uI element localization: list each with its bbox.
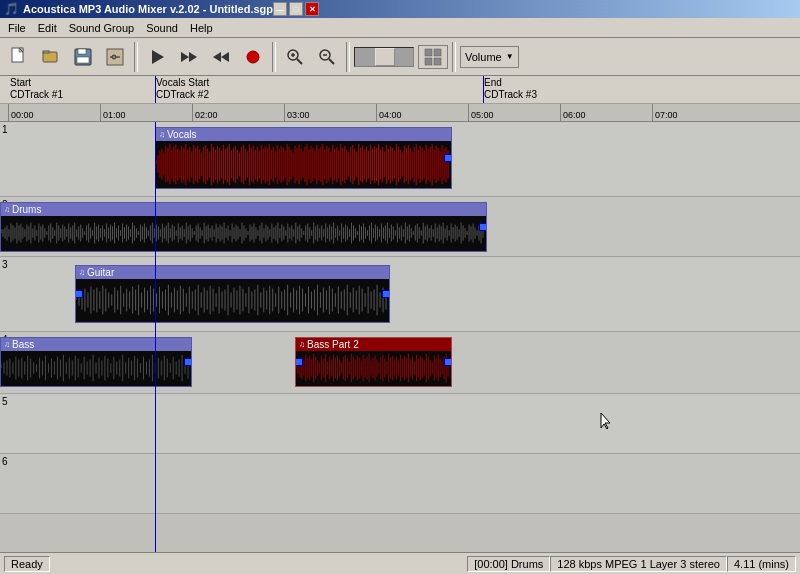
status-encoding: 128 kbps MPEG 1 Layer 3 stereo bbox=[550, 556, 727, 572]
clip-drums-handle-right[interactable] bbox=[479, 223, 487, 231]
separator-1 bbox=[134, 42, 138, 72]
clip-bass-part2-handle-right[interactable] bbox=[444, 358, 452, 366]
track-row-3[interactable]: 3 ♫ Guitar bbox=[0, 257, 800, 332]
tick-4: 04:00 bbox=[376, 104, 402, 121]
marker-end: End CDTrack #3 bbox=[484, 77, 537, 101]
svg-line-21 bbox=[329, 59, 334, 64]
close-button[interactable]: ✕ bbox=[305, 2, 319, 16]
maximize-button[interactable]: □ bbox=[289, 2, 303, 16]
clip-guitar-handle-right[interactable] bbox=[382, 290, 390, 298]
titlebar-title: Acoustica MP3 Audio Mixer v.2.02 - Untit… bbox=[23, 3, 273, 15]
clip-vocals-header: ♫ Vocals bbox=[156, 128, 451, 141]
status-duration: 4.11 (mins) bbox=[727, 556, 796, 572]
tick-2: 02:00 bbox=[192, 104, 218, 121]
menu-soundgroup[interactable]: Sound Group bbox=[63, 20, 140, 36]
svg-marker-10 bbox=[152, 50, 164, 64]
tick-7: 07:00 bbox=[652, 104, 678, 121]
menu-sound[interactable]: Sound bbox=[140, 20, 184, 36]
scroll-slider[interactable] bbox=[354, 47, 414, 67]
clip-drums[interactable]: ♫ Drums bbox=[0, 202, 487, 252]
clip-guitar-handle-left[interactable] bbox=[75, 290, 83, 298]
separator-2 bbox=[272, 42, 276, 72]
rewind-button[interactable] bbox=[174, 43, 204, 71]
minimize-button[interactable]: — bbox=[273, 2, 287, 16]
zoom-in-button[interactable] bbox=[280, 43, 310, 71]
tick-5: 05:00 bbox=[468, 104, 494, 121]
play-button[interactable] bbox=[142, 43, 172, 71]
svg-rect-26 bbox=[434, 58, 441, 65]
track-row-6[interactable]: 6 bbox=[0, 454, 800, 514]
clip-bass-header: ♫ Bass bbox=[1, 338, 191, 351]
effects-button[interactable] bbox=[100, 43, 130, 71]
open-button[interactable] bbox=[36, 43, 66, 71]
toolbar: Volume ▼ bbox=[0, 38, 800, 76]
clip-bass-handle-right[interactable] bbox=[184, 358, 192, 366]
new-button[interactable] bbox=[4, 43, 34, 71]
volume-dropdown[interactable]: Volume ▼ bbox=[460, 46, 519, 68]
forward-button[interactable] bbox=[206, 43, 236, 71]
svg-line-17 bbox=[297, 59, 302, 64]
separator-4 bbox=[452, 42, 456, 72]
status-track-info: [00:00] Drums bbox=[467, 556, 550, 572]
markers-row: Start CDTrack #1 Vocals Start CDTrack #2… bbox=[0, 76, 800, 104]
track-row-2[interactable]: 2 ♫ Drums bbox=[0, 197, 800, 257]
menu-help[interactable]: Help bbox=[184, 20, 219, 36]
marker-vocals: Vocals Start CDTrack #2 bbox=[156, 77, 209, 101]
tick-3: 03:00 bbox=[284, 104, 310, 121]
timeline-container: Start CDTrack #1 Vocals Start CDTrack #2… bbox=[0, 76, 800, 552]
tick-1: 01:00 bbox=[100, 104, 126, 121]
svg-marker-11 bbox=[181, 52, 189, 62]
track-row-4[interactable]: 4 ♫ Bass bbox=[0, 332, 800, 394]
svg-rect-6 bbox=[77, 57, 89, 63]
status-ready: Ready bbox=[4, 556, 50, 572]
clip-guitar[interactable]: ♫ Guitar bbox=[75, 265, 390, 323]
clip-drums-header: ♫ Drums bbox=[1, 203, 486, 216]
track-row-5[interactable]: 5 bbox=[0, 394, 800, 454]
marker-start: Start CDTrack #1 bbox=[10, 77, 63, 101]
clip-guitar-header: ♫ Guitar bbox=[76, 266, 389, 279]
tick-0: 00:00 bbox=[8, 104, 34, 121]
svg-marker-14 bbox=[213, 52, 221, 62]
track-number-3: 3 bbox=[2, 259, 8, 270]
save-button[interactable] bbox=[68, 43, 98, 71]
track-number-6: 6 bbox=[2, 456, 8, 467]
volume-label: Volume bbox=[465, 51, 502, 63]
svg-rect-3 bbox=[43, 51, 49, 53]
svg-marker-13 bbox=[221, 52, 229, 62]
statusbar: Ready [00:00] Drums 128 kbps MPEG 1 Laye… bbox=[0, 552, 800, 574]
svg-point-9 bbox=[112, 55, 116, 59]
marker-end-line bbox=[483, 76, 484, 103]
clip-bass-part2-header: ♫ Bass Part 2 bbox=[296, 338, 451, 351]
app-icon: 🎵 bbox=[4, 2, 19, 16]
track-row-1[interactable]: 1 ♫ Vocals bbox=[0, 122, 800, 197]
svg-rect-5 bbox=[78, 49, 86, 54]
tracks-area[interactable]: 1 ♫ Vocals bbox=[0, 122, 800, 552]
clip-vocals-handle-right[interactable] bbox=[444, 154, 452, 162]
svg-marker-12 bbox=[189, 52, 197, 62]
clip-bass[interactable]: ♫ Bass bbox=[0, 337, 192, 387]
svg-point-15 bbox=[247, 51, 259, 63]
track-number-5: 5 bbox=[2, 396, 8, 407]
svg-rect-25 bbox=[425, 58, 432, 65]
tick-6: 06:00 bbox=[560, 104, 586, 121]
menu-edit[interactable]: Edit bbox=[32, 20, 63, 36]
dropdown-arrow-icon: ▼ bbox=[506, 52, 514, 61]
clip-vocals[interactable]: ♫ Vocals bbox=[155, 127, 452, 189]
separator-3 bbox=[346, 42, 350, 72]
ruler-row: 00:00 01:00 02:00 03:00 04:00 05:00 06:0… bbox=[0, 104, 800, 122]
channel-grid-button[interactable] bbox=[418, 45, 448, 69]
svg-rect-23 bbox=[425, 49, 432, 56]
record-button[interactable] bbox=[238, 43, 268, 71]
titlebar: 🎵 Acoustica MP3 Audio Mixer v.2.02 - Unt… bbox=[0, 0, 800, 18]
zoom-out-button[interactable] bbox=[312, 43, 342, 71]
menu-file[interactable]: File bbox=[2, 20, 32, 36]
menubar: File Edit Sound Group Sound Help bbox=[0, 18, 800, 38]
window-controls: — □ ✕ bbox=[273, 2, 319, 16]
clip-bass-part2-handle-left[interactable] bbox=[295, 358, 303, 366]
svg-rect-24 bbox=[434, 49, 441, 56]
clip-bass-part2[interactable]: ♫ Bass Part 2 bbox=[295, 337, 452, 387]
track-number-1: 1 bbox=[2, 124, 8, 135]
